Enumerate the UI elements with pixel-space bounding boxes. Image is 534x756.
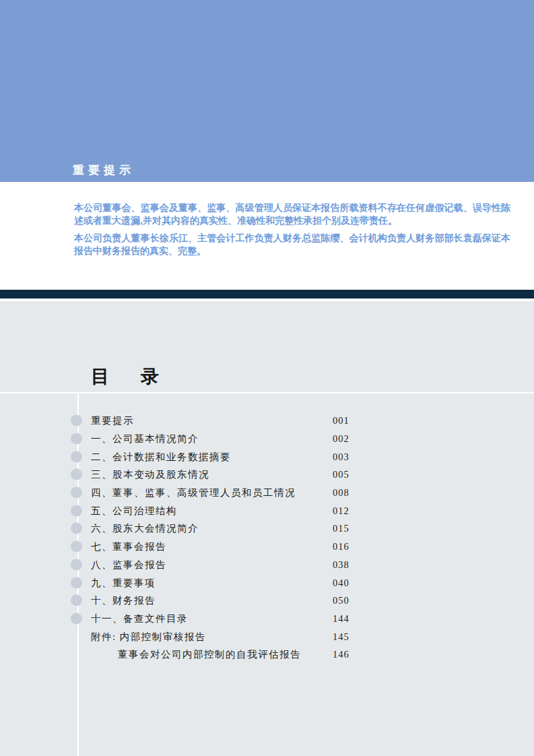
important-notice-heading: 重要提示 xyxy=(73,162,135,178)
toc-item-page[interactable]: 040 xyxy=(333,577,349,588)
toc-title-char-mu: 目 xyxy=(91,367,109,387)
toc-item-label[interactable]: 四、董事、监事、高级管理人员和员工情况 xyxy=(91,486,296,499)
toc-item-page[interactable]: 005 xyxy=(333,469,349,480)
toc-item-page[interactable]: 008 xyxy=(333,487,349,499)
toc-item-label[interactable]: 三、股本变动及股东情况 xyxy=(91,468,209,481)
toc-item-page[interactable]: 145 xyxy=(333,631,349,642)
toc-item-page[interactable]: 146 xyxy=(333,649,349,660)
toc-item[interactable]: 二、会计数据和业务数据摘要 003 xyxy=(0,447,534,466)
toc-item[interactable]: 一、公司基本情况简介 002 xyxy=(0,430,534,448)
toc-item[interactable]: 九、重要事项 040 xyxy=(0,573,534,592)
toc-bullet-icon xyxy=(71,595,82,606)
toc-item[interactable]: 三、股本变动及股东情况 005 xyxy=(0,466,534,484)
toc-item[interactable]: 董事会对公司内部控制的自我评估报告 146 xyxy=(0,645,534,664)
notice-band: 本公司董事会、监事会及董事、监事、高级管理人员保证本报告所载资料不存在任何虚假记… xyxy=(0,182,534,290)
notice-paragraphs: 本公司董事会、监事会及董事、监事、高级管理人员保证本报告所载资料不存在任何虚假记… xyxy=(74,201,510,262)
toc-item[interactable]: 十一、备查文件目录 144 xyxy=(0,610,534,628)
toc-horizontal-rule xyxy=(0,392,534,393)
toc-bullet-icon xyxy=(71,415,82,427)
notice-paragraph-executives: 本公司负责人董事长徐乐江、主管会计工作负责人财务总监陈缨、会计机构负责人财务部部… xyxy=(74,232,510,257)
toc-item[interactable]: 七、董事会报告 016 xyxy=(0,538,534,556)
toc-item-page[interactable]: 015 xyxy=(333,523,349,534)
hero-banner: 重要提示 xyxy=(0,0,534,182)
toc-item-page[interactable]: 050 xyxy=(333,595,349,606)
toc-item-label[interactable]: 七、董事会报告 xyxy=(91,540,166,553)
toc-bullet-icon xyxy=(71,433,82,445)
toc-bullet-icon xyxy=(71,469,82,480)
toc-bullet-icon xyxy=(71,612,82,624)
toc-item-page[interactable]: 003 xyxy=(333,451,349,462)
toc-item[interactable]: 附件: 内部控制审核报告 145 xyxy=(0,627,534,645)
report-page: 重要提示 本公司董事会、监事会及董事、监事、高级管理人员保证本报告所载资料不存在… xyxy=(0,0,534,756)
toc-list: 重要提示 001 一、公司基本情况简介 002 二、会计数据和业务数据摘要 00… xyxy=(0,412,534,664)
toc-bullet-icon xyxy=(71,505,82,516)
toc-item-page[interactable]: 038 xyxy=(333,559,349,570)
toc-bullet-icon xyxy=(71,523,82,534)
toc-item-label[interactable]: 五、公司治理结构 xyxy=(91,504,177,517)
toc-item-label[interactable]: 六、股东大会情况简介 xyxy=(91,522,199,535)
toc-item-label[interactable]: 附件: 内部控制审核报告 xyxy=(91,630,206,643)
toc-bullet-icon xyxy=(71,451,82,462)
notice-paragraph-board: 本公司董事会、监事会及董事、监事、高级管理人员保证本报告所载资料不存在任何虚假记… xyxy=(74,201,510,227)
toc-bullet-icon xyxy=(71,541,82,553)
toc-item-label[interactable]: 重要提示 xyxy=(91,414,134,427)
toc-item-page[interactable]: 144 xyxy=(333,612,349,624)
toc-item[interactable]: 十、财务报告 050 xyxy=(0,592,534,610)
section-divider-bar xyxy=(0,290,534,298)
toc-item-label[interactable]: 董事会对公司内部控制的自我评估报告 xyxy=(118,648,301,661)
toc-item-label[interactable]: 十、财务报告 xyxy=(91,594,156,607)
toc-item-label[interactable]: 一、公司基本情况简介 xyxy=(91,433,199,445)
toc-bullet-icon xyxy=(71,577,82,588)
toc-item-page[interactable]: 012 xyxy=(333,505,349,516)
toc-item-label[interactable]: 十一、备查文件目录 xyxy=(91,612,188,625)
toc-item-label[interactable]: 九、重要事项 xyxy=(91,576,156,589)
toc-bullet-icon xyxy=(71,559,82,570)
toc-item-page[interactable]: 016 xyxy=(333,541,349,553)
toc-item[interactable]: 八、监事会报告 038 xyxy=(0,556,534,574)
toc-item[interactable]: 六、股东大会情况简介 015 xyxy=(0,519,534,538)
toc-item[interactable]: 重要提示 001 xyxy=(0,412,534,430)
toc-item-page[interactable]: 001 xyxy=(333,415,349,427)
toc-title-char-lu: 录 xyxy=(141,367,159,387)
toc-item[interactable]: 五、公司治理结构 012 xyxy=(0,501,534,519)
toc-bullet-icon xyxy=(71,487,82,499)
toc-title: 目录 xyxy=(91,367,159,387)
toc-item-label[interactable]: 二、会计数据和业务数据摘要 xyxy=(91,450,231,463)
toc-item[interactable]: 四、董事、监事、高级管理人员和员工情况 008 xyxy=(0,484,534,502)
toc-item-label[interactable]: 八、监事会报告 xyxy=(91,558,166,571)
toc-item-page[interactable]: 002 xyxy=(333,433,349,445)
toc-section: 目录 重要提示 001 一、公司基本情况简介 002 二、会计数据和业务数据摘要… xyxy=(0,301,534,756)
